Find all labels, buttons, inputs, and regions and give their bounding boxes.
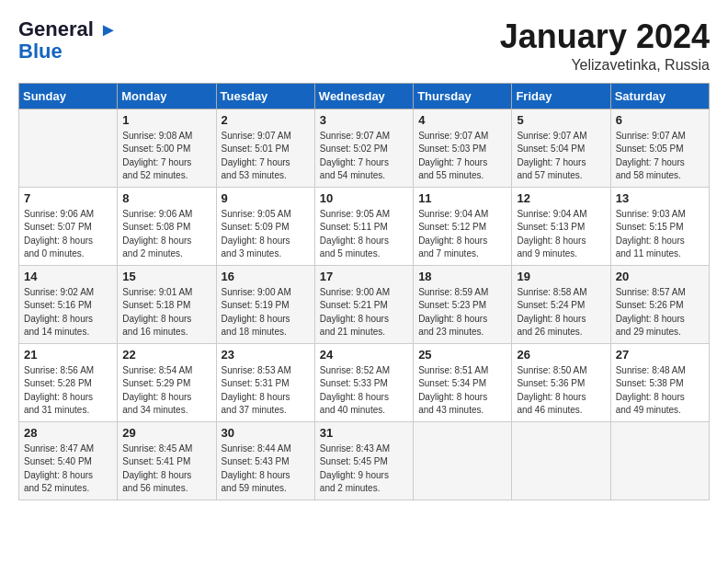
- day-number: 19: [517, 270, 605, 283]
- calendar-cell: 15Sunrise: 9:01 AM Sunset: 5:18 PM Dayli…: [118, 265, 216, 343]
- day-info: Sunrise: 9:05 AM Sunset: 5:11 PM Dayligh…: [320, 208, 408, 261]
- calendar-week-4: 21Sunrise: 8:56 AM Sunset: 5:28 PM Dayli…: [19, 343, 710, 421]
- day-info: Sunrise: 9:00 AM Sunset: 5:19 PM Dayligh…: [222, 286, 310, 339]
- calendar-cell: [610, 421, 709, 500]
- day-number: 2: [222, 113, 310, 127]
- day-number: 31: [320, 426, 408, 440]
- day-info: Sunrise: 8:43 AM Sunset: 5:45 PM Dayligh…: [320, 442, 408, 496]
- calendar-cell: 12Sunrise: 9:04 AM Sunset: 5:13 PM Dayli…: [512, 187, 610, 265]
- day-info: Sunrise: 9:05 AM Sunset: 5:09 PM Dayligh…: [222, 208, 310, 261]
- calendar-cell: 3Sunrise: 9:07 AM Sunset: 5:02 PM Daylig…: [314, 109, 413, 187]
- calendar-cell: [414, 421, 512, 500]
- day-number: 24: [320, 348, 408, 362]
- calendar-cell: 14Sunrise: 9:02 AM Sunset: 5:16 PM Dayli…: [19, 265, 118, 343]
- logo-line1: General: [18, 17, 94, 40]
- day-info: Sunrise: 9:06 AM Sunset: 5:08 PM Dayligh…: [122, 208, 210, 261]
- calendar-week-5: 28Sunrise: 8:47 AM Sunset: 5:40 PM Dayli…: [19, 421, 710, 500]
- day-number: 25: [418, 348, 506, 362]
- day-info: Sunrise: 9:07 AM Sunset: 5:02 PM Dayligh…: [320, 130, 408, 183]
- day-info: Sunrise: 9:03 AM Sunset: 5:15 PM Dayligh…: [616, 208, 704, 261]
- calendar-cell: 29Sunrise: 8:45 AM Sunset: 5:41 PM Dayli…: [118, 421, 216, 500]
- logo-line2: Blue: [18, 40, 63, 63]
- day-info: Sunrise: 9:07 AM Sunset: 5:03 PM Dayligh…: [418, 130, 506, 183]
- calendar-cell: 2Sunrise: 9:07 AM Sunset: 5:01 PM Daylig…: [216, 109, 314, 187]
- calendar-cell: 16Sunrise: 9:00 AM Sunset: 5:19 PM Dayli…: [216, 265, 314, 343]
- logo-bird-icon: ►: [99, 19, 118, 40]
- calendar-cell: 23Sunrise: 8:53 AM Sunset: 5:31 PM Dayli…: [216, 343, 314, 421]
- day-info: Sunrise: 8:51 AM Sunset: 5:34 PM Dayligh…: [418, 364, 506, 418]
- day-info: Sunrise: 8:50 AM Sunset: 5:36 PM Dayligh…: [517, 364, 605, 418]
- day-number: 20: [616, 270, 704, 283]
- calendar-body: 1Sunrise: 9:08 AM Sunset: 5:00 PM Daylig…: [19, 109, 710, 500]
- calendar-cell: 25Sunrise: 8:51 AM Sunset: 5:34 PM Dayli…: [414, 343, 512, 421]
- calendar-table: SundayMondayTuesdayWednesdayThursdayFrid…: [18, 83, 710, 500]
- calendar-header-row: SundayMondayTuesdayWednesdayThursdayFrid…: [19, 83, 710, 109]
- calendar-cell: 4Sunrise: 9:07 AM Sunset: 5:03 PM Daylig…: [414, 109, 512, 187]
- calendar-subtitle: Yelizavetinka, Russia: [500, 57, 710, 74]
- calendar-title-block: January 2024 Yelizavetinka, Russia: [500, 18, 710, 74]
- day-info: Sunrise: 8:56 AM Sunset: 5:28 PM Dayligh…: [24, 364, 112, 418]
- day-number: 14: [24, 270, 112, 283]
- day-info: Sunrise: 9:07 AM Sunset: 5:05 PM Dayligh…: [616, 130, 704, 183]
- logo: General ► Blue: [18, 18, 118, 63]
- day-number: 23: [222, 348, 310, 362]
- day-number: 5: [517, 113, 605, 127]
- day-info: Sunrise: 8:57 AM Sunset: 5:26 PM Dayligh…: [616, 286, 704, 339]
- day-info: Sunrise: 9:07 AM Sunset: 5:01 PM Dayligh…: [222, 130, 310, 183]
- calendar-cell: 28Sunrise: 8:47 AM Sunset: 5:40 PM Dayli…: [19, 421, 118, 500]
- col-header-tuesday: Tuesday: [216, 83, 314, 109]
- day-info: Sunrise: 8:53 AM Sunset: 5:31 PM Dayligh…: [222, 364, 310, 418]
- col-header-wednesday: Wednesday: [314, 83, 413, 109]
- day-number: 18: [418, 270, 506, 283]
- calendar-cell: 5Sunrise: 9:07 AM Sunset: 5:04 PM Daylig…: [512, 109, 610, 187]
- day-info: Sunrise: 9:01 AM Sunset: 5:18 PM Dayligh…: [122, 286, 210, 339]
- calendar-week-2: 7Sunrise: 9:06 AM Sunset: 5:07 PM Daylig…: [19, 187, 710, 265]
- day-number: 27: [616, 348, 704, 362]
- calendar-cell: 31Sunrise: 8:43 AM Sunset: 5:45 PM Dayli…: [314, 421, 413, 500]
- day-number: 21: [24, 348, 112, 362]
- col-header-sunday: Sunday: [19, 83, 118, 109]
- day-number: 30: [222, 426, 310, 440]
- day-info: Sunrise: 8:54 AM Sunset: 5:29 PM Dayligh…: [122, 364, 210, 418]
- calendar-cell: 8Sunrise: 9:06 AM Sunset: 5:08 PM Daylig…: [118, 187, 216, 265]
- calendar-title: January 2024: [500, 18, 710, 55]
- day-info: Sunrise: 9:00 AM Sunset: 5:21 PM Dayligh…: [320, 286, 408, 339]
- day-info: Sunrise: 9:04 AM Sunset: 5:13 PM Dayligh…: [517, 208, 605, 261]
- day-number: 10: [320, 191, 408, 205]
- day-number: 15: [122, 270, 210, 283]
- day-number: 13: [616, 191, 704, 205]
- calendar-cell: 10Sunrise: 9:05 AM Sunset: 5:11 PM Dayli…: [314, 187, 413, 265]
- day-info: Sunrise: 8:48 AM Sunset: 5:38 PM Dayligh…: [616, 364, 704, 418]
- day-info: Sunrise: 8:45 AM Sunset: 5:41 PM Dayligh…: [122, 442, 210, 496]
- page-header: General ► Blue January 2024 Yelizavetink…: [18, 18, 710, 74]
- day-number: 29: [122, 426, 210, 440]
- calendar-cell: 6Sunrise: 9:07 AM Sunset: 5:05 PM Daylig…: [610, 109, 709, 187]
- calendar-cell: 24Sunrise: 8:52 AM Sunset: 5:33 PM Dayli…: [314, 343, 413, 421]
- day-number: 8: [122, 191, 210, 205]
- day-info: Sunrise: 8:59 AM Sunset: 5:23 PM Dayligh…: [418, 286, 506, 339]
- day-number: 9: [222, 191, 310, 205]
- day-number: 4: [418, 113, 506, 127]
- calendar-cell: 1Sunrise: 9:08 AM Sunset: 5:00 PM Daylig…: [118, 109, 216, 187]
- day-number: 12: [517, 191, 605, 205]
- col-header-thursday: Thursday: [414, 83, 512, 109]
- day-info: Sunrise: 9:06 AM Sunset: 5:07 PM Dayligh…: [24, 208, 112, 261]
- calendar-cell: 30Sunrise: 8:44 AM Sunset: 5:43 PM Dayli…: [216, 421, 314, 500]
- calendar-cell: 18Sunrise: 8:59 AM Sunset: 5:23 PM Dayli…: [414, 265, 512, 343]
- col-header-monday: Monday: [118, 83, 216, 109]
- day-info: Sunrise: 9:02 AM Sunset: 5:16 PM Dayligh…: [24, 286, 112, 339]
- day-number: 11: [418, 191, 506, 205]
- day-info: Sunrise: 9:04 AM Sunset: 5:12 PM Dayligh…: [418, 208, 506, 261]
- calendar-cell: 17Sunrise: 9:00 AM Sunset: 5:21 PM Dayli…: [314, 265, 413, 343]
- day-info: Sunrise: 8:58 AM Sunset: 5:24 PM Dayligh…: [517, 286, 605, 339]
- calendar-cell: 22Sunrise: 8:54 AM Sunset: 5:29 PM Dayli…: [118, 343, 216, 421]
- day-number: 3: [320, 113, 408, 127]
- col-header-friday: Friday: [512, 83, 610, 109]
- calendar-cell: 26Sunrise: 8:50 AM Sunset: 5:36 PM Dayli…: [512, 343, 610, 421]
- day-info: Sunrise: 9:07 AM Sunset: 5:04 PM Dayligh…: [517, 130, 605, 183]
- calendar-week-1: 1Sunrise: 9:08 AM Sunset: 5:00 PM Daylig…: [19, 109, 710, 187]
- calendar-cell: 21Sunrise: 8:56 AM Sunset: 5:28 PM Dayli…: [19, 343, 118, 421]
- col-header-saturday: Saturday: [610, 83, 709, 109]
- calendar-cell: 27Sunrise: 8:48 AM Sunset: 5:38 PM Dayli…: [610, 343, 709, 421]
- day-number: 1: [122, 113, 210, 127]
